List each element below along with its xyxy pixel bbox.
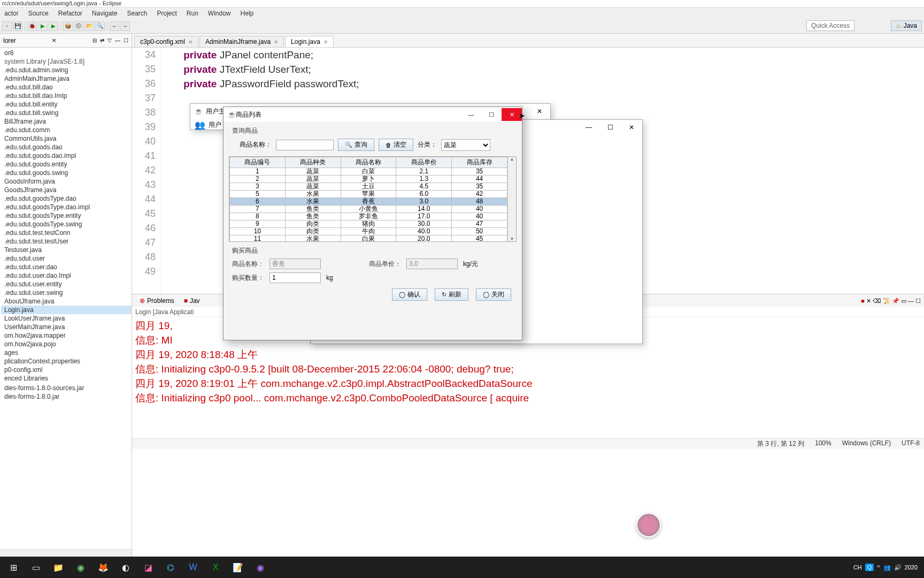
- close-button[interactable]: ◯关闭: [476, 288, 511, 301]
- edge-icon[interactable]: ◉: [71, 559, 91, 576]
- menu-search[interactable]: Search: [122, 9, 151, 18]
- tb-run-icon[interactable]: ▶: [38, 21, 48, 31]
- menu-help[interactable]: Help: [236, 9, 258, 18]
- tray-up-icon[interactable]: ^: [877, 564, 880, 571]
- firefox-icon[interactable]: 🦊: [93, 559, 113, 576]
- console-stop-icon[interactable]: ■: [861, 298, 865, 305]
- chrome-icon[interactable]: ◐: [116, 559, 136, 576]
- dlg-close-icon[interactable]: ✕: [502, 108, 522, 121]
- menu-window[interactable]: Window: [204, 9, 235, 18]
- table-header[interactable]: 商品编号: [230, 157, 286, 168]
- tree-item[interactable]: .edu.sdut.test.testConn: [1, 229, 132, 237]
- product-table[interactable]: 商品编号商品种类商品名称商品单价商品库存 1蔬菜白菜2.1352蔬菜萝卜1.34…: [229, 157, 507, 241]
- tray-people-icon[interactable]: 👥: [883, 564, 891, 571]
- tree-item[interactable]: .edu.sdut.goods.dao: [1, 143, 132, 151]
- ok-button[interactable]: ◯确认: [392, 288, 427, 301]
- tree-item[interactable]: Testuser.java: [1, 246, 132, 254]
- console-x-icon[interactable]: ✕: [866, 298, 871, 305]
- tree-item[interactable]: om.how2java.pojo: [1, 340, 132, 348]
- package-explorer-tab[interactable]: lorer ✕ ⊟ ⇄ ▽ — ☐: [0, 34, 132, 48]
- console-max-icon[interactable]: ☐: [915, 298, 921, 305]
- vscode-icon[interactable]: ⌬: [160, 559, 181, 576]
- tree-item[interactable]: .edu.sdut.user: [1, 254, 132, 263]
- tree-item[interactable]: .edu.sdut.user.dao.Impl: [1, 271, 132, 280]
- tree-item[interactable]: plicationContext.properties: [1, 357, 132, 366]
- table-row[interactable]: 3蔬菜土豆4.535: [230, 183, 507, 191]
- menu-refactor[interactable]: actor: [0, 9, 23, 18]
- tree-item[interactable]: Login.java: [1, 306, 132, 314]
- tree-item[interactable]: dies-forms-1.8.0.jar: [1, 392, 132, 401]
- jre-library[interactable]: system Library [JavaSE-1.8]: [1, 57, 132, 66]
- tree-item[interactable]: .edu.sdut.user.swing: [1, 288, 132, 297]
- package-tree[interactable]: or6 system Library [JavaSE-1.8] .edu.sdu…: [0, 48, 132, 549]
- tb-back-icon[interactable]: ←: [110, 21, 119, 31]
- tree-item[interactable]: LookUserJframe.java: [1, 314, 132, 323]
- tb-new-icon[interactable]: ▫: [2, 21, 12, 31]
- excel-icon[interactable]: X: [205, 559, 226, 576]
- tray-q-icon[interactable]: Q: [865, 564, 874, 571]
- menu-refactor2[interactable]: Refactor: [54, 9, 87, 18]
- maximize-icon[interactable]: ☐: [122, 37, 129, 43]
- console-display-icon[interactable]: ▭: [901, 298, 906, 305]
- category-select[interactable]: 蔬菜: [441, 139, 490, 151]
- table-row[interactable]: 7鱼类小黄鱼14.040: [230, 206, 507, 213]
- table-row[interactable]: 6水果香蕉3.048: [230, 198, 507, 206]
- tree-item[interactable]: .edu.sdut.goods.swing: [1, 169, 132, 177]
- table-row[interactable]: 8鱼类罗非鱼17.040: [230, 213, 507, 220]
- tree-item[interactable]: CommonUtils.java: [1, 134, 132, 143]
- table-row[interactable]: 2蔬菜萝卜1.344: [230, 176, 507, 183]
- tree-item[interactable]: UserMainJframe.java: [1, 323, 132, 331]
- table-header[interactable]: 商品名称: [341, 157, 396, 168]
- close-icon[interactable]: ✕: [274, 39, 278, 45]
- blank-dlg-close-icon[interactable]: ✕: [621, 124, 642, 131]
- table-scrollbar[interactable]: [507, 157, 516, 241]
- table-row[interactable]: 11水果白果20.045: [230, 235, 507, 242]
- tray-ime[interactable]: CH: [853, 564, 862, 571]
- tree-item[interactable]: .edu.sdut.goodsType.swing: [1, 220, 132, 229]
- table-row[interactable]: 10肉类牛肉40.050: [230, 228, 507, 235]
- tree-item[interactable]: .edu.sdut.goodsType.dao: [1, 194, 132, 203]
- refresh-button[interactable]: ↻刷新: [435, 288, 468, 301]
- menu-run[interactable]: Run: [182, 9, 203, 18]
- table-row[interactable]: 1蔬菜白菜2.135: [230, 168, 507, 176]
- tb-fwd-icon[interactable]: →: [120, 21, 130, 31]
- tree-item[interactable]: .edu.sdut.user.dao: [1, 263, 132, 271]
- taskview-icon[interactable]: ▭: [26, 559, 46, 576]
- view-menu-icon[interactable]: ▽: [106, 37, 113, 43]
- tree-item[interactable]: BillJframe.java: [1, 117, 132, 126]
- tree-item[interactable]: GoodsInform.java: [1, 177, 132, 186]
- tree-item[interactable]: .edu.sdut.goodsType.dao.impl: [1, 203, 132, 211]
- tb-debug-icon[interactable]: 🐞: [27, 21, 37, 31]
- tree-item[interactable]: .edu.sdut.bill.dao: [1, 83, 132, 92]
- tb-open-icon[interactable]: 📂: [84, 21, 94, 31]
- proj-root[interactable]: or6: [1, 49, 132, 57]
- tb-runext-icon[interactable]: ▶: [49, 21, 58, 31]
- float-avatar[interactable]: [636, 513, 661, 537]
- menu-project[interactable]: Project: [152, 9, 181, 18]
- blank-dlg-min-icon[interactable]: —: [578, 124, 599, 131]
- quick-access[interactable]: Quick Access: [806, 20, 854, 31]
- minimize-icon[interactable]: —: [114, 37, 121, 43]
- tree-item[interactable]: .edu.sdut.test.testUser: [1, 237, 132, 246]
- tray-net-icon[interactable]: 🔊: [894, 564, 902, 571]
- menu-source[interactable]: Source: [24, 9, 53, 18]
- tree-item[interactable]: AboutJframe.java: [1, 297, 132, 306]
- table-header[interactable]: 商品种类: [285, 157, 341, 168]
- table-header[interactable]: 商品单价: [396, 157, 452, 168]
- table-header[interactable]: 商品库存: [452, 157, 507, 168]
- tree-item[interactable]: .edu.sdut.goods.dao.impl: [1, 151, 132, 160]
- clear-button[interactable]: 🗑清空: [379, 139, 413, 151]
- tree-item[interactable]: p0-config.xml: [1, 366, 132, 374]
- tb-pkg-icon[interactable]: 📦: [63, 21, 73, 31]
- tree-item[interactable]: ages: [1, 348, 132, 357]
- word-icon[interactable]: W: [183, 559, 203, 576]
- blank-dlg-max-icon[interactable]: ☐: [599, 124, 621, 131]
- console-lock-icon[interactable]: 📜: [883, 298, 890, 305]
- editor-tab[interactable]: c3p0-config.xml✕: [134, 36, 198, 47]
- start-button[interactable]: ⊞: [3, 559, 24, 576]
- editor-tab[interactable]: AdminMainJframe.java✕: [199, 36, 284, 47]
- tree-item[interactable]: .edu.sdut.bill.entity: [1, 100, 132, 109]
- collapse-all-icon[interactable]: ⊟: [91, 37, 98, 43]
- notes-icon[interactable]: 📝: [228, 559, 248, 576]
- tree-item[interactable]: AdminMainJframe.java: [1, 74, 132, 83]
